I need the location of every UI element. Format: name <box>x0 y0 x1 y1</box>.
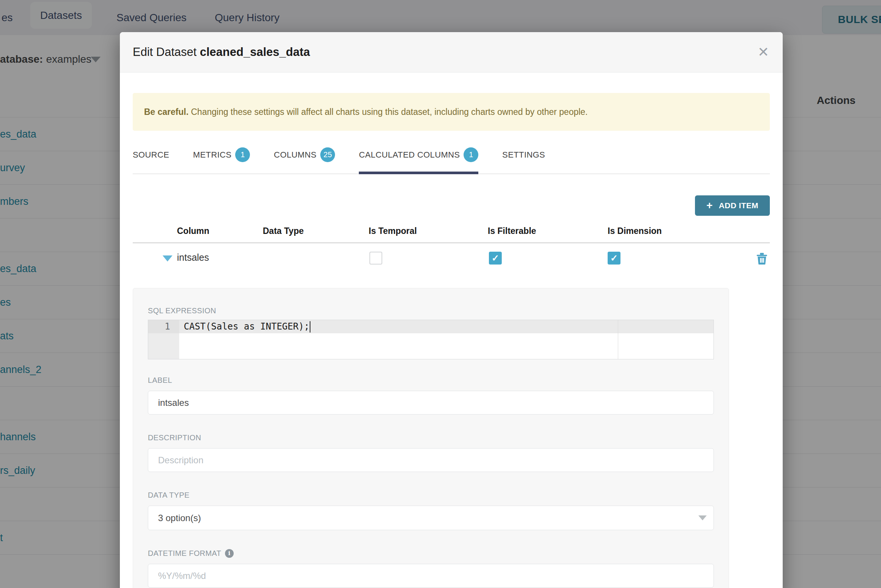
warning-banner: Be careful. Changing these settings will… <box>133 93 770 131</box>
editor-line-number: 1 <box>148 320 179 333</box>
tab-source[interactable]: SOURCE <box>133 144 169 173</box>
add-item-row: + ADD ITEM <box>133 195 770 216</box>
modal-body: Be careful. Changing these settings will… <box>120 93 783 588</box>
add-item-label: ADD ITEM <box>719 201 758 210</box>
column-header: Is Dimension <box>608 226 662 236</box>
tab-label: SETTINGS <box>502 150 545 160</box>
datetime-format-input[interactable] <box>148 564 714 588</box>
tab-count-badge: 25 <box>320 147 335 162</box>
calculated-column-row: intsales ✓ ✓ <box>133 246 770 272</box>
label-field-label: LABEL <box>148 376 714 385</box>
tab-count-badge: 1 <box>235 147 250 162</box>
modal-title: Edit Dataset cleaned_sales_data <box>133 32 310 72</box>
warning-bold: Be careful. <box>144 107 189 117</box>
is-dimension-checkbox[interactable]: ✓ <box>608 252 620 265</box>
modal-title-dataset-name: cleaned_sales_data <box>200 45 310 59</box>
editor-cursor <box>310 321 310 333</box>
editor-print-margin <box>618 320 618 359</box>
is-temporal-checkbox[interactable] <box>369 252 382 265</box>
sql-code-text: CAST(Sales as INTEGER); <box>184 320 309 333</box>
label-field-group: LABEL <box>148 376 714 415</box>
datatype-field-label: DATA TYPE <box>148 491 714 500</box>
column-header: Data Type <box>263 226 304 236</box>
edit-dataset-modal: Edit Dataset cleaned_sales_data ✕ Be car… <box>120 32 783 588</box>
is-filterable-checkbox[interactable]: ✓ <box>489 252 502 265</box>
label-input[interactable] <box>148 391 714 415</box>
datatype-select[interactable]: 3 option(s) <box>148 506 714 530</box>
column-header: Is Filterable <box>488 226 536 236</box>
tab-label: COLUMNS <box>274 150 316 160</box>
chevron-down-icon <box>698 515 707 520</box>
description-field-group: DESCRIPTION <box>148 433 714 472</box>
column-name: intsales <box>177 252 209 263</box>
collapse-caret-icon[interactable] <box>163 255 172 262</box>
column-header: Column <box>177 226 209 236</box>
tab-metrics[interactable]: METRICS 1 <box>193 144 250 173</box>
tab-settings[interactable]: SETTINGS <box>502 144 545 173</box>
description-input[interactable] <box>148 448 714 472</box>
add-item-button[interactable]: + ADD ITEM <box>695 195 770 216</box>
tab-calculated-columns[interactable]: CALCULATED COLUMNS 1 <box>359 144 478 173</box>
sql-expression-editor[interactable]: 1 CAST(Sales as INTEGER); <box>148 320 714 359</box>
modal-title-prefix: Edit Dataset <box>133 45 197 59</box>
modal-tabs: SOURCE METRICS 1 COLUMNS 25 CALCULATED C… <box>133 144 770 174</box>
tab-columns[interactable]: COLUMNS 25 <box>274 144 335 173</box>
plus-icon: + <box>706 200 713 211</box>
table-header-divider <box>133 242 770 243</box>
close-icon[interactable]: ✕ <box>758 32 769 72</box>
sql-expression-label: SQL EXPRESSION <box>148 306 714 315</box>
tab-label: METRICS <box>193 150 232 160</box>
columns-table-header: Column Data Type Is Temporal Is Filterab… <box>133 226 770 236</box>
datatype-selected-value: 3 option(s) <box>158 506 201 530</box>
description-field-label: DESCRIPTION <box>148 433 714 442</box>
info-icon: i <box>225 549 234 558</box>
tab-count-badge: 1 <box>464 147 478 162</box>
datatype-field-group: DATA TYPE 3 option(s) <box>148 491 714 530</box>
warning-text: Changing these settings will affect all … <box>189 107 588 117</box>
delete-trash-icon[interactable] <box>756 252 768 265</box>
modal-header: Edit Dataset cleaned_sales_data ✕ <box>120 32 783 73</box>
datetime-format-field-group: DATETIME FORMAT i <box>148 549 714 588</box>
tab-label: SOURCE <box>133 150 169 160</box>
tab-label: CALCULATED COLUMNS <box>359 150 460 160</box>
column-detail-panel: SQL EXPRESSION 1 CAST(Sales as INTEGER);… <box>133 288 729 588</box>
datetime-format-label-text: DATETIME FORMAT <box>148 549 221 558</box>
datetime-format-label: DATETIME FORMAT i <box>148 549 714 558</box>
column-header: Is Temporal <box>369 226 417 236</box>
